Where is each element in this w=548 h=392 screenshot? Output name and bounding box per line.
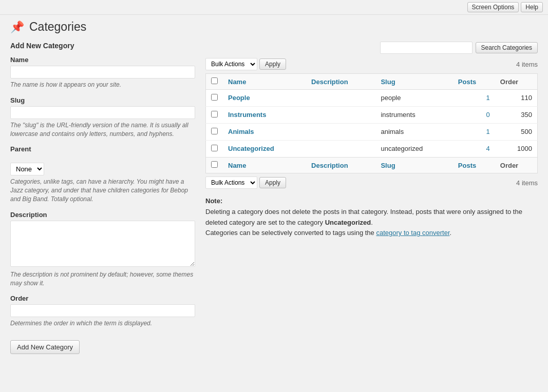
note-section: Note: Deleting a category does not delet…: [205, 196, 538, 239]
tablenav-bottom-left: Bulk Actions Apply: [205, 177, 286, 189]
row-checkbox-3[interactable]: [211, 145, 218, 151]
note-title: Note:: [205, 197, 222, 205]
slug-help: The "slug" is the URL-friendly version o…: [10, 121, 195, 139]
categories-table-panel: Search Categories Bulk Actions Apply 4 i…: [205, 42, 538, 239]
apply-button-top[interactable]: Apply: [259, 58, 286, 70]
row-posts-link-3[interactable]: 4: [486, 145, 490, 152]
table-row: People people 1 110: [206, 90, 538, 107]
main-layout: Add New Category Name The name is how it…: [10, 42, 538, 354]
page-title-row: 📌 Categories: [10, 20, 538, 34]
tablenav-bottom: Bulk Actions Apply 4 items: [205, 177, 538, 189]
row-slug-cell: uncategorized: [375, 141, 452, 158]
note-line2: Categories can be selectively converted …: [205, 228, 538, 239]
table-body: People people 1 110 Instruments instrume…: [206, 90, 538, 158]
bulk-actions-select-bottom[interactable]: Bulk Actions: [205, 177, 257, 189]
parent-select[interactable]: None: [10, 163, 44, 175]
name-help: The name is how it appears on your site.: [10, 81, 195, 89]
name-input[interactable]: [10, 66, 195, 79]
description-group: Description The description is not promi…: [10, 211, 195, 288]
row-posts-cell: 0: [453, 107, 495, 124]
search-categories-button[interactable]: Search Categories: [476, 42, 538, 53]
header-order: Order: [495, 74, 538, 90]
row-checkbox-2[interactable]: [211, 128, 218, 134]
note-text2: Categories can be selectively converted …: [205, 229, 376, 237]
bulk-actions-select-top[interactable]: Bulk Actions: [205, 58, 257, 70]
header-name: Name: [223, 74, 306, 90]
row-posts-link-1[interactable]: 0: [486, 111, 490, 119]
converter-link[interactable]: category to tag converter: [376, 229, 449, 237]
name-label: Name: [10, 56, 195, 64]
row-description-cell: [306, 124, 375, 141]
items-count-top: 4 items: [516, 61, 538, 68]
parent-help: Categories, unlike tags, can have a hier…: [10, 178, 195, 203]
items-count-bottom: 4 items: [516, 179, 538, 187]
select-all-checkbox-top[interactable]: [211, 77, 218, 84]
footer-slug: Slug: [375, 158, 452, 173]
note-period2: .: [450, 229, 452, 237]
tablenav-top: Bulk Actions Apply 4 items: [205, 58, 538, 70]
page-content: 📌 Categories Add New Category Name The n…: [0, 15, 548, 359]
row-name-link-1[interactable]: Instruments: [228, 111, 266, 119]
row-name-cell: Instruments: [223, 107, 306, 124]
row-name-link-2[interactable]: Animals: [228, 128, 254, 135]
row-description-cell: [306, 141, 375, 158]
row-checkbox-0[interactable]: [211, 94, 218, 101]
header-description: Description: [306, 74, 375, 90]
row-slug-cell: people: [375, 90, 452, 107]
header-posts: Posts: [453, 74, 495, 90]
search-input[interactable]: [380, 42, 473, 54]
tablenav-top-left: Bulk Actions Apply: [205, 58, 286, 70]
order-input[interactable]: [10, 304, 195, 317]
row-name-cell: People: [223, 90, 306, 107]
parent-group: Parent None Categories, unlike tags, can…: [10, 145, 195, 203]
row-posts-link-0[interactable]: 1: [486, 94, 490, 102]
search-row: Search Categories: [205, 42, 538, 54]
row-checkbox-cell: [206, 90, 223, 107]
footer-name: Name: [223, 158, 306, 173]
order-help: Determines the order in which the term i…: [10, 319, 195, 328]
top-bar: Screen Options Help: [0, 0, 548, 15]
row-posts-cell: 1: [453, 124, 495, 141]
table-row: Instruments instruments 0 350: [206, 107, 538, 124]
footer-description: Description: [306, 158, 375, 173]
row-posts-cell: 4: [453, 141, 495, 158]
header-checkbox-col: [206, 74, 223, 90]
row-slug-cell: instruments: [375, 107, 452, 124]
categories-icon: 📌: [10, 21, 24, 34]
note-line1: Note: Deleting a category does not delet…: [205, 196, 538, 228]
footer-checkbox-col: [206, 158, 223, 173]
add-new-category-button[interactable]: Add New Category: [10, 340, 80, 354]
row-checkbox-cell: [206, 141, 223, 158]
footer-order: Order: [495, 158, 538, 173]
table-footer-row: Name Description Slug Posts Order: [206, 158, 538, 173]
row-description-cell: [306, 107, 375, 124]
name-group: Name The name is how it appears on your …: [10, 56, 195, 89]
note-uncategorized: Uncategorized: [325, 219, 371, 226]
page-title: Categories: [29, 20, 86, 34]
note-period1: .: [371, 219, 373, 226]
row-slug-cell: animals: [375, 124, 452, 141]
slug-label: Slug: [10, 96, 195, 104]
apply-button-bottom[interactable]: Apply: [259, 177, 286, 188]
select-all-checkbox-bottom[interactable]: [211, 161, 218, 168]
slug-input[interactable]: [10, 106, 195, 119]
table-header-row: Name Description Slug Posts Order: [206, 74, 538, 90]
add-form-heading: Add New Category: [10, 42, 195, 50]
row-checkbox-cell: [206, 124, 223, 141]
row-checkbox-cell: [206, 107, 223, 124]
row-posts-link-2[interactable]: 1: [486, 128, 490, 135]
table-row: Uncategorized uncategorized 4 1000: [206, 141, 538, 158]
description-textarea[interactable]: [10, 221, 195, 267]
row-name-link-0[interactable]: People: [228, 94, 250, 102]
row-order-cell: 110: [495, 90, 538, 107]
row-name-cell: Animals: [223, 124, 306, 141]
row-order-cell: 500: [495, 124, 538, 141]
help-button[interactable]: Help: [521, 2, 543, 12]
row-order-cell: 1000: [495, 141, 538, 158]
screen-options-button[interactable]: Screen Options: [467, 2, 519, 12]
row-name-link-3[interactable]: Uncategorized: [228, 145, 274, 152]
add-category-form: Add New Category Name The name is how it…: [10, 42, 195, 354]
footer-posts: Posts: [453, 158, 495, 173]
categories-table: Name Description Slug Posts Order People…: [205, 73, 538, 173]
row-checkbox-1[interactable]: [211, 111, 218, 117]
